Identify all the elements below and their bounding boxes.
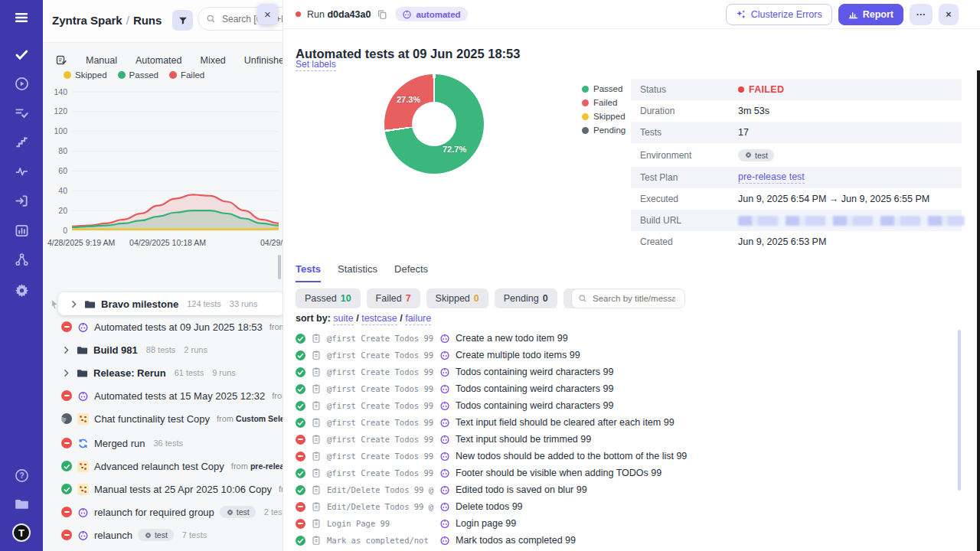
test-row[interactable]: @first Create Todos 99... New todos shou… [296, 448, 960, 465]
run-type-tab-manual[interactable]: Manual [86, 55, 117, 66]
project-name[interactable]: Zyntra Spark [52, 14, 122, 27]
copy [377, 9, 387, 20]
run-row[interactable]: Chat functinality test Copyfrom Custom S… [43, 407, 283, 430]
filter-chip-skipped[interactable]: Skipped0 [426, 289, 488, 308]
chevron-right-icon[interactable] [69, 299, 79, 309]
report-bars [848, 10, 858, 20]
filter-chip-pending[interactable]: Pending0 [495, 289, 557, 308]
trend-legend-failed[interactable]: Failed [169, 70, 204, 80]
status-failed-icon [61, 438, 72, 448]
cursor-pointer-icon [49, 298, 60, 310]
robot-icon [439, 350, 450, 360]
clipboard [311, 451, 322, 461]
robot-icon [77, 530, 89, 541]
run-type-tab-unfinished[interactable]: Unfinished [244, 55, 283, 66]
run-row[interactable]: Release: Rerun 61 tests 9 runs [43, 361, 283, 384]
run-row[interactable]: Automated tests at 09 Jun 2025 18:53from… [43, 315, 283, 338]
status-passed-icon [296, 536, 305, 546]
donut-legend-skipped[interactable]: Skipped [582, 112, 626, 121]
sidebar-branch-icon[interactable] [0, 248, 43, 271]
donut-label-failed: 27.3% [397, 95, 420, 104]
tab-statistics[interactable]: Statistics [338, 263, 377, 282]
set-labels-link[interactable]: Set labels [296, 59, 336, 71]
run-tests-count: 36 tests [153, 439, 183, 448]
sidebar-steps-icon[interactable] [0, 131, 43, 154]
test-row[interactable]: @first Create Todos 99... Create a new t… [296, 330, 960, 347]
close-run-button[interactable]: × [939, 4, 959, 25]
checklist-icon[interactable] [55, 54, 67, 66]
run-row[interactable]: relaunch for required grouptest2 tests [43, 500, 283, 523]
sidebar-import-icon[interactable] [0, 189, 43, 212]
run-type-tab-automated[interactable]: Automated [136, 55, 181, 66]
report-button[interactable]: Report [838, 4, 903, 25]
env-badge[interactable]: test [738, 149, 774, 161]
panel-close-button[interactable]: × [257, 4, 278, 24]
svg-text:40: 40 [58, 186, 67, 195]
clipboard-icon [311, 400, 322, 411]
filter-chip-passed[interactable]: Passed10 [296, 289, 361, 308]
sort-by-testcase[interactable]: testcase [361, 313, 397, 325]
tab-tests[interactable]: Tests [296, 263, 321, 282]
runs-panel-scrollbar[interactable] [278, 255, 281, 279]
sidebar-avatar-t[interactable]: T [0, 521, 43, 544]
sort-by-failure[interactable]: failure [405, 313, 431, 325]
run-row[interactable]: Automated tests at 15 May 2025 12:32from… [43, 384, 283, 407]
test-row[interactable]: @first Create Todos 99... Todos containi… [296, 397, 960, 414]
filter-button[interactable] [172, 10, 193, 31]
status-passed-icon [61, 461, 72, 471]
clusterize-errors-button[interactable]: Clusterize Errors [726, 4, 832, 25]
run-folder-name: Release: Rerun [93, 367, 166, 379]
list-check [15, 106, 29, 120]
menu-icon[interactable] [0, 6, 43, 29]
test-row[interactable]: Edit/Delete Todos 99 @... Edited todo is… [296, 481, 960, 498]
trend-legend-passed[interactable]: Passed [118, 70, 158, 80]
chevron-right-icon[interactable] [61, 368, 71, 378]
sidebar-list-check-icon[interactable] [0, 101, 43, 124]
test-row[interactable]: Login Page 99 Login page 99 [296, 515, 960, 532]
more-button[interactable]: ··· [910, 4, 933, 25]
run-type-tab-mixed[interactable]: Mixed [200, 55, 225, 66]
filter-chip-failed[interactable]: Failed7 [367, 289, 420, 308]
test-title: Footer should be visible when adding TOD… [456, 468, 662, 478]
sidebar-play-circle-icon[interactable] [0, 72, 43, 95]
test-row[interactable]: @first Create Todos 99... Todos containi… [296, 364, 960, 380]
tests-search-input[interactable] [591, 293, 677, 304]
play-circle [15, 77, 29, 91]
tests-list: @first Create Todos 99... Create a new t… [296, 330, 960, 549]
automated-badge[interactable]: automated [395, 7, 467, 21]
runs-panel: Zyntra Spark/Runs × ManualAutomatedMixed… [43, 0, 283, 551]
test-row[interactable]: @first Create Todos 99... Todos containi… [296, 380, 960, 397]
donut-legend-pending[interactable]: Pending [582, 126, 626, 135]
test-row[interactable]: Edit/Delete Todos 99 @... Delete todos 9… [296, 498, 960, 515]
run-from: from plan 1 [272, 391, 283, 400]
test-row[interactable]: @first Create Todos 99... Create multipl… [296, 347, 960, 364]
sidebar-bar-chart-icon[interactable] [0, 219, 43, 242]
run-row[interactable]: Bravo milestone 124 tests 33 runs [58, 292, 283, 315]
test-plan-link[interactable]: pre-release test [738, 171, 805, 184]
donut-legend-failed[interactable]: Failed [582, 98, 626, 107]
sidebar-pulse-icon[interactable] [0, 160, 43, 183]
chip-count: 0 [543, 293, 548, 304]
run-row[interactable]: Build 981 88 tests 2 runs [43, 338, 283, 361]
sidebar-gear-icon[interactable] [0, 278, 43, 301]
trend-legend-skipped[interactable]: Skipped [64, 70, 107, 80]
sort-by-suite[interactable]: suite [333, 313, 353, 325]
test-row[interactable]: @first Create Todos 99... Footer should … [296, 465, 960, 481]
sidebar-help-icon[interactable]: ? [0, 464, 43, 487]
run-row[interactable]: Advanced relaunch test Copyfrom pre-rele… [43, 455, 283, 478]
sidebar-folder-open-icon[interactable] [0, 492, 43, 515]
test-title: Delete todos 99 [456, 501, 523, 512]
sidebar-check-icon[interactable] [0, 43, 43, 66]
run-row[interactable]: Manual tests at 25 Apr 2025 10:06 Copyfr… [43, 478, 283, 500]
tests-scrollbar[interactable] [958, 330, 961, 491]
copy-icon[interactable] [377, 9, 387, 20]
donut-legend-passed[interactable]: Passed [582, 84, 626, 93]
run-row[interactable]: Merged run36 tests [43, 432, 283, 455]
test-row[interactable]: Mark as completed/not ... Mark todos as … [296, 532, 960, 549]
run-row[interactable]: relaunchtest7 tests [43, 523, 283, 546]
test-row[interactable]: @first Create Todos 99... Text input fie… [296, 414, 960, 431]
chevron-right-icon[interactable] [61, 345, 71, 355]
test-row[interactable]: @first Create Todos 99... Text input sho… [296, 431, 960, 448]
folder-icon [77, 344, 88, 356]
tab-defects[interactable]: Defects [394, 263, 428, 282]
